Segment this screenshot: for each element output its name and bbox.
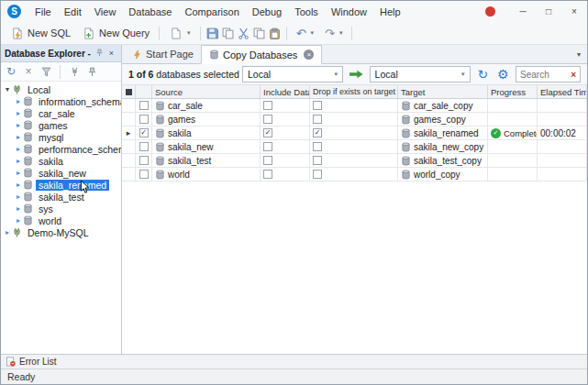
select-all-header[interactable]: [122, 85, 136, 98]
source-cell[interactable]: car_sale: [152, 99, 261, 112]
source-cell[interactable]: sakila_test: [152, 154, 261, 167]
save-icon[interactable]: [205, 27, 219, 40]
undo-button[interactable]: ↶ ▾: [292, 26, 318, 41]
chevron-collapsed-icon[interactable]: ▸: [14, 109, 23, 117]
drop-if-exists-checkbox[interactable]: [313, 142, 322, 151]
table-row[interactable]: sakila_new sakila_new_copy ✓: [122, 140, 587, 154]
tree-item-performance-schema[interactable]: ▸ performance_schema: [1, 143, 121, 155]
source-cell[interactable]: world: [152, 168, 261, 181]
tree-item-sakila-renamed[interactable]: ▸ sakila_renamed: [1, 179, 121, 191]
include-data-checkbox[interactable]: [263, 170, 272, 179]
header-drop-if-exists[interactable]: Drop if exists on target: [310, 85, 398, 98]
target-cell[interactable]: world_copy: [398, 168, 488, 181]
tree-item-information-schema[interactable]: ▸ information_schema: [1, 95, 121, 107]
menu-debug[interactable]: Debug: [246, 6, 288, 17]
header-progress[interactable]: Progress: [488, 85, 538, 98]
table-row[interactable]: sakila sakila_renamed ✓Complete 00:00:02: [122, 126, 587, 140]
target-cell[interactable]: games_copy: [398, 113, 488, 126]
include-data-checkbox[interactable]: [263, 156, 272, 165]
drop-if-exists-checkbox[interactable]: [313, 101, 322, 110]
delete-icon[interactable]: ×: [22, 65, 35, 78]
target-cell[interactable]: sakila_renamed: [398, 126, 488, 139]
cut-icon[interactable]: [237, 27, 250, 40]
tree-item-sakila[interactable]: ▸ sakila: [1, 155, 121, 167]
connection-icon[interactable]: [68, 65, 81, 78]
refresh-icon[interactable]: ↻: [476, 67, 491, 82]
save-all-icon[interactable]: [221, 27, 235, 40]
row-selector[interactable]: [122, 113, 136, 126]
paste-icon[interactable]: [268, 27, 282, 40]
tree-item-world[interactable]: ▸ world: [1, 214, 121, 226]
target-cell[interactable]: sakila_new_copy: [398, 140, 488, 153]
maximize-button[interactable]: □: [536, 1, 561, 22]
include-data-checkbox[interactable]: [263, 115, 272, 124]
chevron-collapsed-icon[interactable]: ▸: [14, 97, 23, 105]
tab-close-icon[interactable]: ×: [304, 50, 314, 60]
close-panel-icon[interactable]: ×: [105, 49, 117, 58]
tree-server-local[interactable]: ▾ Local: [1, 83, 121, 95]
copy-icon[interactable]: [252, 27, 266, 40]
menu-tools[interactable]: Tools: [288, 6, 325, 17]
search-input[interactable]: [520, 70, 569, 80]
new-query-button[interactable]: New Query: [77, 25, 154, 42]
row-selector[interactable]: [122, 126, 136, 139]
row-selector[interactable]: [122, 168, 136, 181]
chevron-collapsed-icon[interactable]: ▸: [14, 145, 23, 153]
tree-item-games[interactable]: ▸ games: [1, 119, 121, 131]
new-document-button[interactable]: ▾: [164, 25, 195, 42]
tree-item-sakila-new[interactable]: ▸ sakila_new: [1, 167, 121, 179]
chevron-collapsed-icon[interactable]: ▸: [14, 121, 23, 129]
header-source[interactable]: Source: [152, 85, 261, 98]
target-server-select[interactable]: Local ▾: [370, 66, 471, 82]
pin-icon[interactable]: [94, 49, 105, 59]
menu-window[interactable]: Window: [325, 6, 373, 17]
header-elapsed-time[interactable]: Elapsed Time: [538, 85, 587, 98]
tree-item-sakila-test[interactable]: ▸ sakila_test: [1, 191, 121, 203]
redo-button[interactable]: ↷ ▾: [320, 26, 347, 41]
target-cell[interactable]: sakila_test_copy: [398, 154, 488, 167]
new-sql-button[interactable]: New SQL: [6, 25, 75, 42]
include-data-checkbox[interactable]: [263, 128, 272, 138]
close-button[interactable]: ×: [561, 1, 587, 22]
chevron-collapsed-icon[interactable]: ▸: [14, 192, 23, 201]
row-selector[interactable]: [122, 99, 136, 112]
row-select-checkbox[interactable]: [139, 142, 149, 151]
tab-copy-databases[interactable]: Copy Databases ×: [201, 45, 322, 64]
chevron-collapsed-icon[interactable]: ▸: [3, 228, 12, 236]
tree-item-mysql[interactable]: ▸ mysql: [1, 131, 121, 143]
table-row[interactable]: games games_copy ✓: [122, 113, 587, 126]
menu-help[interactable]: Help: [373, 6, 407, 17]
chevron-expanded-icon[interactable]: ▾: [3, 85, 12, 94]
minimize-button[interactable]: ─: [510, 1, 536, 22]
menu-comparison[interactable]: Comparison: [178, 6, 245, 17]
target-cell[interactable]: car_sale_copy: [398, 99, 488, 112]
tree-item-sys[interactable]: ▸ sys: [1, 203, 121, 214]
settings-gear-icon[interactable]: ⚙: [495, 67, 510, 82]
source-cell[interactable]: sakila: [152, 126, 261, 139]
header-target[interactable]: Target: [398, 85, 488, 98]
drop-if-exists-checkbox[interactable]: [313, 170, 322, 179]
tree-server-demo-mysql[interactable]: ▸ Demo-MySQL: [1, 226, 121, 238]
chevron-collapsed-icon[interactable]: ▸: [14, 169, 23, 177]
include-data-checkbox[interactable]: [263, 101, 272, 110]
filter-icon[interactable]: [39, 65, 52, 78]
chevron-collapsed-icon[interactable]: ▸: [14, 216, 23, 225]
clear-search-icon[interactable]: ×: [571, 70, 576, 80]
row-select-checkbox[interactable]: [139, 115, 149, 124]
row-select-checkbox[interactable]: [139, 101, 149, 110]
table-row[interactable]: sakila_test sakila_test_copy ✓: [122, 154, 587, 168]
source-cell[interactable]: sakila_new: [152, 140, 261, 153]
tab-start-page[interactable]: Start Page: [125, 45, 201, 63]
row-selector[interactable]: [122, 140, 136, 153]
menu-view[interactable]: View: [88, 6, 123, 17]
chevron-collapsed-icon[interactable]: ▸: [14, 157, 23, 165]
chevron-collapsed-icon[interactable]: ▸: [14, 204, 23, 213]
menu-database[interactable]: Database: [122, 6, 178, 17]
row-select-checkbox[interactable]: [139, 156, 149, 165]
refresh-icon[interactable]: ↻: [5, 65, 17, 78]
row-select-checkbox[interactable]: [139, 128, 149, 138]
source-server-select[interactable]: Local ▾: [242, 66, 343, 82]
drop-if-exists-checkbox[interactable]: [313, 156, 322, 165]
row-select-checkbox[interactable]: [139, 170, 149, 179]
table-row[interactable]: car_sale car_sale_copy ✓: [122, 99, 587, 113]
